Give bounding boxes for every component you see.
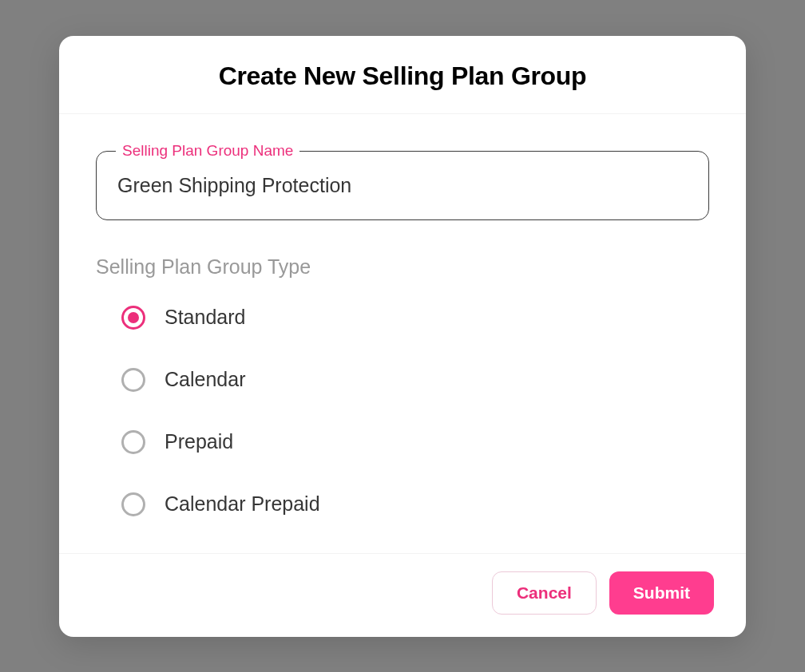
type-section-label: Selling Plan Group Type: [96, 255, 709, 279]
radio-icon: [121, 306, 145, 330]
modal-header: Create New Selling Plan Group: [59, 36, 746, 114]
name-field-label: Selling Plan Group Name: [116, 142, 299, 160]
modal-body: Selling Plan Group Name Selling Plan Gro…: [59, 114, 746, 553]
radio-icon: [121, 368, 145, 392]
radio-option-calendar[interactable]: Calendar: [121, 368, 709, 392]
radio-option-standard[interactable]: Standard: [121, 306, 709, 330]
radio-label: Calendar Prepaid: [165, 492, 320, 516]
name-fieldset: Selling Plan Group Name: [96, 151, 709, 220]
radio-option-calendar-prepaid[interactable]: Calendar Prepaid: [121, 492, 709, 516]
radio-icon: [121, 430, 145, 454]
modal-title: Create New Selling Plan Group: [91, 61, 714, 91]
selling-plan-group-name-input[interactable]: [117, 174, 688, 197]
create-selling-plan-modal: Create New Selling Plan Group Selling Pl…: [59, 36, 746, 637]
radio-label: Standard: [165, 306, 245, 329]
radio-label: Prepaid: [165, 430, 233, 453]
radio-option-prepaid[interactable]: Prepaid: [121, 430, 709, 454]
submit-button[interactable]: Submit: [609, 571, 714, 615]
modal-footer: Cancel Submit: [59, 553, 746, 637]
radio-icon: [121, 492, 145, 516]
type-radio-group: Standard Calendar Prepaid Calendar Prepa…: [96, 306, 709, 516]
cancel-button[interactable]: Cancel: [492, 571, 597, 615]
radio-label: Calendar: [165, 368, 245, 391]
